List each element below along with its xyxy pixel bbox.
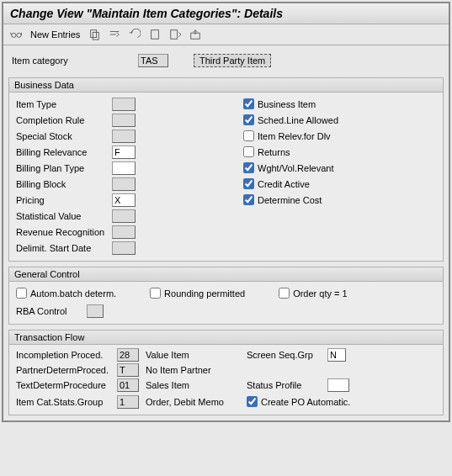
screen-seq-input[interactable]	[327, 348, 346, 362]
undo-icon[interactable]	[127, 27, 142, 42]
text-input[interactable]	[117, 378, 139, 392]
create-po-checkbox[interactable]	[247, 396, 258, 407]
page-next-icon[interactable]	[168, 27, 183, 42]
glasses-icon[interactable]	[8, 27, 24, 42]
special-stock-label: Special Stock	[16, 131, 109, 141]
credit-active-checkbox[interactable]	[243, 178, 254, 189]
completion-rule-input[interactable]	[112, 114, 136, 127]
item-category-label: Item category	[12, 56, 113, 66]
new-entries-button[interactable]: New Entries	[29, 29, 82, 40]
incompletion-input[interactable]	[117, 348, 139, 362]
sched-line-label: Sched.Line Allowed	[258, 115, 338, 125]
order-qty-label: Order qty = 1	[293, 288, 348, 299]
incompletion-label: Incompletion Proced.	[16, 350, 117, 360]
delimit-start-input[interactable]	[112, 241, 136, 255]
completion-rule-label: Completion Rule	[16, 115, 109, 125]
order-qty-checkbox[interactable]	[279, 288, 290, 299]
screen-seq-label: Screen Seq.Grp	[247, 350, 327, 360]
copy-icon[interactable]	[87, 27, 102, 42]
delimit-icon[interactable]	[107, 27, 122, 42]
delimit-start-label: Delimit. Start Date	[16, 243, 109, 253]
billing-plan-type-input[interactable]	[112, 161, 136, 175]
revenue-recognition-label: Revenue Recognition	[16, 227, 109, 237]
item-type-input[interactable]	[112, 98, 136, 111]
item-type-label: Item Type	[16, 99, 109, 109]
rba-control-input[interactable]	[87, 304, 104, 318]
export-icon[interactable]	[188, 27, 203, 42]
svg-point-0	[12, 33, 16, 37]
pricing-input[interactable]	[112, 193, 136, 207]
credit-active-label: Credit Active	[258, 179, 310, 189]
create-po-label: Create PO Automatic.	[261, 397, 350, 407]
rounding-label: Rounding permitted	[164, 288, 245, 299]
wght-vol-checkbox[interactable]	[243, 162, 254, 173]
returns-checkbox[interactable]	[243, 146, 254, 157]
svg-rect-5	[171, 30, 178, 40]
billing-relevance-input[interactable]	[112, 145, 136, 159]
window-title: Change View "Maintain Item Categories": …	[3, 3, 449, 24]
status-profile-label: Status Profile	[247, 380, 327, 390]
billing-plan-type-label: Billing Plan Type	[16, 163, 109, 173]
partner-desc: No Item Partner	[146, 365, 247, 375]
returns-label: Returns	[258, 147, 290, 157]
wght-vol-label: Wght/Vol.Relevant	[258, 163, 334, 173]
rba-control-label: RBA Control	[16, 306, 83, 316]
item-category-desc: Third Party Item	[194, 54, 271, 67]
business-item-checkbox[interactable]	[243, 98, 254, 109]
business-item-label: Business Item	[258, 99, 316, 109]
svg-point-1	[17, 33, 21, 37]
partner-input[interactable]	[117, 363, 139, 377]
svg-rect-4	[152, 30, 159, 40]
svg-rect-2	[91, 30, 97, 38]
text-label: TextDetermProcedure	[16, 380, 117, 390]
special-stock-input[interactable]	[112, 130, 136, 143]
revenue-recognition-input[interactable]	[112, 225, 136, 239]
item-relev-label: Item Relev.for Dlv	[258, 131, 331, 141]
pricing-label: Pricing	[16, 195, 109, 205]
status-profile-input[interactable]	[327, 378, 349, 392]
business-data-title: Business Data	[9, 78, 443, 93]
partner-label: PartnerDetermProced.	[16, 365, 117, 375]
item-category-input[interactable]	[138, 54, 168, 67]
billing-block-label: Billing Block	[16, 179, 109, 189]
sched-line-checkbox[interactable]	[243, 114, 254, 125]
autom-batch-label: Autom.batch determ.	[30, 288, 116, 299]
stats-desc: Order, Debit Memo	[146, 397, 247, 407]
billing-relevance-label: Billing Relevance	[16, 147, 109, 157]
rounding-checkbox[interactable]	[150, 288, 161, 299]
determine-cost-label: Determine Cost	[258, 195, 322, 205]
transaction-flow-title: Transaction Flow	[9, 331, 443, 345]
incompletion-desc: Value Item	[146, 350, 247, 360]
statistical-value-label: Statistical Value	[16, 211, 109, 221]
determine-cost-checkbox[interactable]	[243, 194, 254, 205]
stats-input[interactable]	[117, 395, 139, 409]
svg-rect-3	[93, 32, 99, 40]
item-relev-checkbox[interactable]	[243, 130, 254, 141]
autom-batch-checkbox[interactable]	[16, 288, 27, 299]
general-control-title: General Control	[9, 267, 443, 282]
text-desc: Sales Item	[146, 380, 247, 390]
toolbar: New Entries	[3, 24, 449, 45]
billing-block-input[interactable]	[112, 177, 136, 191]
statistical-value-input[interactable]	[112, 209, 136, 223]
stats-label: Item Cat.Stats.Group	[16, 397, 117, 407]
page-icon[interactable]	[147, 27, 162, 42]
